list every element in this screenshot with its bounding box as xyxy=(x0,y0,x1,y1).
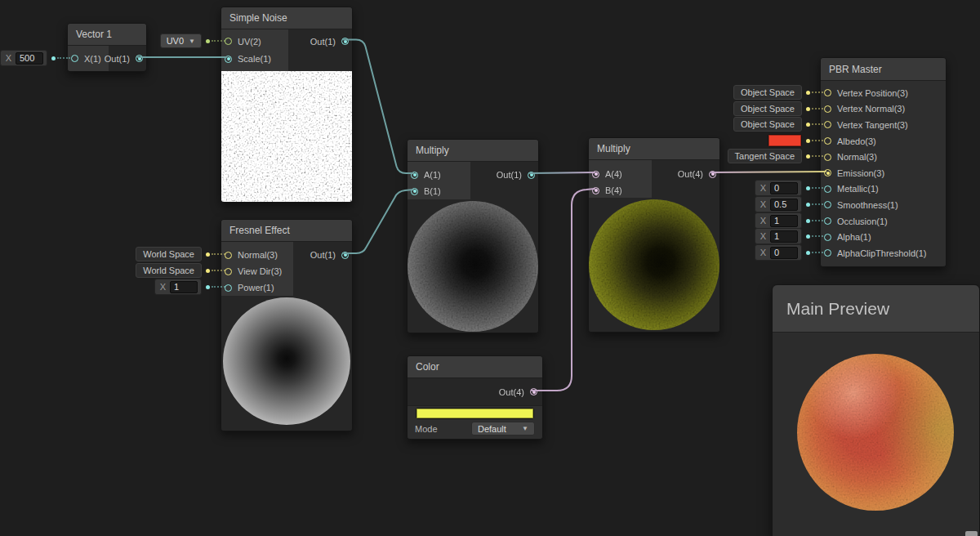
input-port-alpha[interactable] xyxy=(824,234,831,241)
input-port-a[interactable] xyxy=(411,172,418,179)
pbr-normal-space-widget: Tangent Space xyxy=(728,149,823,163)
number-field[interactable]: X 1 xyxy=(154,279,202,295)
input-port-normal[interactable] xyxy=(225,252,232,259)
connector-dash xyxy=(212,270,225,271)
input-port-alphaclipthreshold[interactable] xyxy=(824,249,831,257)
space-dropdown[interactable]: World Space xyxy=(136,247,202,261)
input-port-vertex-tangent[interactable] xyxy=(824,121,831,128)
node-vector1[interactable]: Vector 1 X(1) Out(1) xyxy=(67,23,147,72)
field-value[interactable]: 500 xyxy=(16,52,43,65)
output-port-label: Out(1) xyxy=(105,54,130,64)
input-port-uv[interactable] xyxy=(225,38,232,45)
field-axis-label: X xyxy=(6,53,11,63)
main-preview-title-bar[interactable]: Main Preview xyxy=(773,285,979,333)
output-port[interactable] xyxy=(709,171,716,178)
multiply1-preview xyxy=(408,199,538,333)
output-port-label: Out(1) xyxy=(310,250,336,260)
connector-dot xyxy=(806,154,810,159)
space-dropdown[interactable]: Tangent Space xyxy=(728,149,802,163)
output-port-label: Out(4) xyxy=(678,169,703,179)
number-field[interactable]: X 0 xyxy=(755,180,802,196)
dropdown-arrow-icon: ▼ xyxy=(189,38,195,45)
connector-dot xyxy=(806,107,810,111)
output-port[interactable] xyxy=(341,252,349,259)
input-port-b[interactable] xyxy=(592,187,599,194)
node-title: Multiply xyxy=(408,140,538,162)
connector-dot xyxy=(806,219,810,223)
input-port-metallic[interactable] xyxy=(824,185,831,193)
uv-channel-dropdown[interactable]: UV0 ▼ xyxy=(160,34,202,48)
input-port-label: Vertex Position(3) xyxy=(837,88,908,98)
color-swatch-field[interactable] xyxy=(416,408,534,419)
input-port-emission[interactable] xyxy=(824,169,831,176)
node-color[interactable]: Color Out(4) Mode Default ▼ xyxy=(407,355,543,440)
node-multiply-1[interactable]: Multiply A(1) Out(1) B(1) xyxy=(407,139,539,333)
dropdown-arrow-icon: ▼ xyxy=(522,425,528,432)
input-port-x[interactable] xyxy=(71,55,78,62)
shader-graph-canvas[interactable]: Vector 1 X(1) Out(1) X 500 Simple Noise xyxy=(0,0,980,536)
input-port-albedo[interactable] xyxy=(824,137,831,145)
number-field[interactable]: X 1 xyxy=(755,212,802,229)
main-preview-panel[interactable]: Main Preview xyxy=(772,284,980,536)
connector-dot xyxy=(806,203,810,207)
input-port-normal[interactable] xyxy=(824,154,831,161)
number-field[interactable]: X 1 xyxy=(755,228,802,244)
output-port[interactable] xyxy=(341,38,349,45)
output-port[interactable] xyxy=(528,172,535,179)
input-port-scale[interactable] xyxy=(225,56,232,63)
multiply2-preview xyxy=(589,198,719,332)
mode-dropdown[interactable]: Default ▼ xyxy=(471,422,535,436)
input-port-vertex-normal[interactable] xyxy=(824,105,831,113)
connector-dash xyxy=(812,203,823,205)
connector-dot xyxy=(806,251,810,255)
node-title: PBR Master xyxy=(821,58,946,81)
wire-fresnel-to-multiply1-b[interactable] xyxy=(344,190,413,253)
field-value[interactable]: 1 xyxy=(770,230,798,243)
wire-noise-to-multiply1-a[interactable] xyxy=(344,40,413,174)
input-port-viewdir[interactable] xyxy=(225,268,232,275)
input-port-smoothness[interactable] xyxy=(824,201,831,208)
resize-grip[interactable] xyxy=(965,531,978,536)
node-fresnel-effect[interactable]: Fresnel Effect Normal(3) Out(1) View Dir… xyxy=(220,219,353,431)
node-title: Simple Noise xyxy=(221,7,352,29)
input-port-label: X(1) xyxy=(84,54,101,64)
node-title: Fresnel Effect xyxy=(221,220,352,242)
connector-dot xyxy=(806,234,810,239)
input-port-label: Smoothness(1) xyxy=(837,200,898,210)
input-port-b[interactable] xyxy=(411,188,418,195)
input-port-power[interactable] xyxy=(225,284,232,292)
node-title-label: Fresnel Effect xyxy=(229,225,290,236)
output-port[interactable] xyxy=(530,388,537,395)
space-dropdown[interactable]: Object Space xyxy=(733,117,802,132)
number-field[interactable]: X 0 xyxy=(755,244,802,261)
space-dropdown[interactable]: Object Space xyxy=(733,101,802,116)
number-field[interactable]: X 500 xyxy=(0,50,47,66)
node-multiply-2[interactable]: Multiply A(4) Out(4) B(4) xyxy=(588,137,720,333)
space-dropdown[interactable]: World Space xyxy=(136,263,202,278)
pbr-vertex-normal-space-widget: Object Space xyxy=(733,101,823,116)
input-port-a[interactable] xyxy=(592,171,599,178)
number-field[interactable]: X 0.5 xyxy=(755,196,802,212)
field-value[interactable]: 0 xyxy=(770,182,798,194)
pbr-vertex-tangent-space-widget: Object Space xyxy=(733,117,823,132)
node-simple-noise[interactable]: Simple Noise UV(2) Out(1) Scale(1) xyxy=(220,7,353,203)
space-dropdown[interactable]: Object Space xyxy=(733,85,802,100)
main-preview-sphere[interactable] xyxy=(797,354,954,511)
input-port-vertex-position[interactable] xyxy=(824,89,831,96)
node-pbr-master[interactable]: PBR Master Vertex Position(3) Vertex Nor… xyxy=(820,57,947,267)
output-port[interactable] xyxy=(136,55,143,62)
albedo-color-swatch[interactable] xyxy=(768,134,802,147)
wire-multiply1-to-multiply2-a[interactable] xyxy=(530,172,595,173)
connector-dash xyxy=(812,123,823,125)
field-value[interactable]: 0 xyxy=(770,247,798,259)
dropdown-value: Default xyxy=(478,424,506,434)
wire-multiply2-to-pbr-emission[interactable] xyxy=(711,172,826,172)
field-value[interactable]: 0.5 xyxy=(770,199,798,211)
field-value[interactable]: 1 xyxy=(770,215,798,227)
field-value[interactable]: 1 xyxy=(170,281,198,293)
output-port-label: Out(4) xyxy=(499,387,524,397)
pbr-alphaclip-default-field: X 0 xyxy=(755,244,823,261)
pbr-occlusion-default-field: X 1 xyxy=(755,212,823,229)
input-port-occlusion[interactable] xyxy=(824,217,831,225)
input-port-label: AlphaClipThreshold(1) xyxy=(837,248,926,258)
